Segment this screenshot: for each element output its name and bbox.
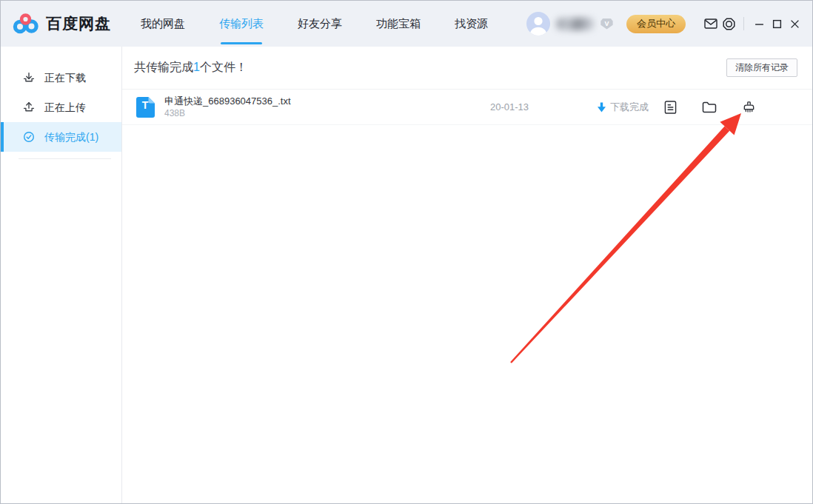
clear-all-records-label: 清除所有记录 xyxy=(735,62,789,73)
sidebar-item-completed[interactable]: 传输完成(1) xyxy=(1,122,121,152)
sidebar-item-label: 正在下载 xyxy=(44,73,86,83)
sidebar-item-downloading[interactable]: 正在下载 xyxy=(1,63,121,93)
main-nav: 我的网盘 传输列表 好友分享 功能宝箱 找资源 xyxy=(138,1,519,47)
body: 正在下载 正在上传 传输完成(1) 共传输完成1个文件！ xyxy=(1,47,812,504)
download-status: 下载完成 xyxy=(598,101,649,114)
content: 共传输完成1个文件！ 清除所有记录 T 申通快递_668936047536_.t… xyxy=(122,47,812,504)
active-tab-underline xyxy=(221,42,262,44)
tab-label: 我的网盘 xyxy=(141,17,185,31)
open-file-button[interactable] xyxy=(663,100,678,115)
app-title: 百度网盘 xyxy=(46,13,111,34)
username-blurred xyxy=(556,18,595,30)
file-size: 438B xyxy=(164,108,490,119)
file-type-letter: T xyxy=(136,99,155,111)
close-button[interactable] xyxy=(786,15,803,33)
tab-transfer-list[interactable]: 传输列表 xyxy=(216,1,267,47)
clear-record-button[interactable] xyxy=(741,100,756,115)
divider xyxy=(19,158,111,159)
tab-find-resources[interactable]: 找资源 xyxy=(452,1,491,47)
minimize-button[interactable] xyxy=(750,15,768,33)
member-center-button[interactable]: 会员中心 xyxy=(626,15,686,33)
file-name: 申通快递_668936047536_.txt xyxy=(164,95,490,107)
document-lines-icon xyxy=(664,100,677,115)
download-complete-icon xyxy=(598,102,606,112)
check-circle-icon xyxy=(23,131,35,143)
file-actions xyxy=(663,100,756,115)
file-meta: 申通快递_668936047536_.txt 438B xyxy=(164,95,490,119)
summary-count: 1 xyxy=(193,61,200,73)
tab-label: 功能宝箱 xyxy=(376,17,421,31)
open-folder-button[interactable] xyxy=(702,100,717,115)
sidebar-item-label: 传输完成(1) xyxy=(44,132,98,142)
minimize-icon xyxy=(755,19,764,29)
tab-friend-share[interactable]: 好友分享 xyxy=(295,1,345,47)
settings-button[interactable] xyxy=(720,15,737,33)
sidebar-item-uploading[interactable]: 正在上传 xyxy=(1,93,121,122)
broom-icon xyxy=(742,101,756,114)
tab-toolbox[interactable]: 功能宝箱 xyxy=(373,1,424,47)
envelope-icon xyxy=(704,19,717,29)
tab-label: 找资源 xyxy=(455,17,488,31)
messages-button[interactable] xyxy=(702,15,720,33)
person-icon xyxy=(526,12,550,36)
maximize-button[interactable] xyxy=(768,15,786,33)
content-header: 共传输完成1个文件！ 清除所有记录 xyxy=(122,47,812,90)
tab-label: 传输列表 xyxy=(219,17,264,31)
member-center-label: 会员中心 xyxy=(637,17,675,30)
folder-icon xyxy=(702,101,717,113)
gear-icon xyxy=(722,17,736,31)
baidu-netdisk-logo-icon xyxy=(13,12,39,36)
txt-file-icon: T xyxy=(136,97,155,118)
upload-icon xyxy=(23,101,35,113)
close-icon xyxy=(790,19,800,29)
logo: 百度网盘 xyxy=(13,12,111,36)
summary-suffix: 个文件！ xyxy=(200,61,247,73)
file-row[interactable]: T 申通快递_668936047536_.txt 438B 20-01-13 下… xyxy=(122,90,812,125)
divider xyxy=(743,17,744,30)
sidebar: 正在下载 正在上传 传输完成(1) xyxy=(1,47,122,504)
summary-prefix: 共传输完成 xyxy=(134,61,193,73)
titlebar: 百度网盘 我的网盘 传输列表 好友分享 功能宝箱 找资源 xyxy=(1,1,812,47)
user-avatar[interactable] xyxy=(526,12,550,36)
app-window: 百度网盘 我的网盘 传输列表 好友分享 功能宝箱 找资源 xyxy=(0,0,813,504)
clear-all-records-button[interactable]: 清除所有记录 xyxy=(726,58,797,77)
tab-label: 好友分享 xyxy=(298,17,342,31)
tab-my-drive[interactable]: 我的网盘 xyxy=(138,1,188,47)
file-date: 20-01-13 xyxy=(490,101,583,112)
summary-text: 共传输完成1个文件！ xyxy=(134,60,247,75)
status-label: 下载完成 xyxy=(610,101,649,114)
sidebar-item-label: 正在上传 xyxy=(44,102,86,112)
system-controls xyxy=(702,15,803,33)
vip-badge-icon[interactable]: V xyxy=(600,19,613,30)
user-area: V 会员中心 xyxy=(526,12,686,36)
maximize-icon xyxy=(772,19,782,29)
download-icon xyxy=(23,72,35,84)
